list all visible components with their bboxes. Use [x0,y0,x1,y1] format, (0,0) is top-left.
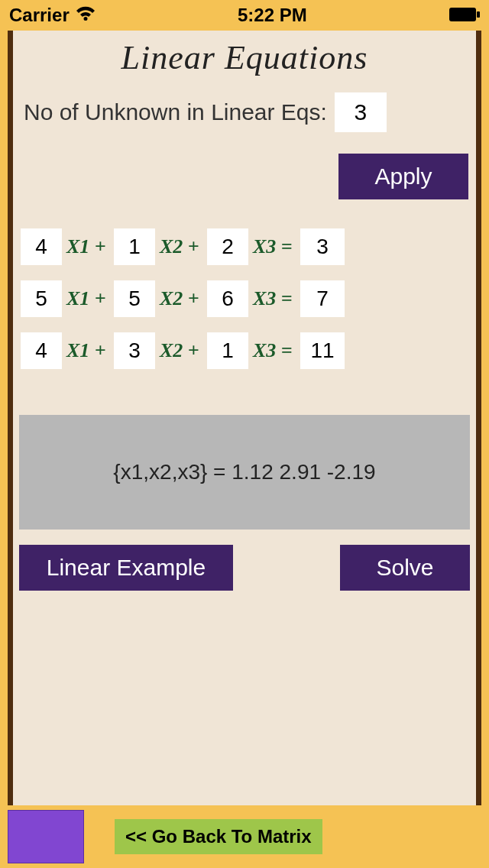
coef-x3-input[interactable] [207,332,248,369]
coef-x2-input[interactable] [114,228,155,265]
equation-row: X1 + X2 + X3 = [21,228,470,265]
rhs-input[interactable] [300,280,345,317]
x2-label: X2 + [160,339,202,362]
equations-grid: X1 + X2 + X3 = X1 + X2 + X3 = X1 + X2 + … [19,228,470,369]
svg-rect-0 [449,8,476,21]
result-text: {x1,x2,x3} = 1.12 2.91 -2.19 [113,460,375,484]
x1-label: X1 + [66,235,109,258]
coef-x1-input[interactable] [21,332,62,369]
x1-label: X1 + [66,287,109,310]
coef-x1-input[interactable] [21,280,62,317]
go-back-button[interactable]: << Go Back To Matrix [115,819,322,854]
x3-label: X3 = [253,339,296,362]
unknowns-label: No of Unknown in Linear Eqs: [24,99,327,125]
unknowns-row: No of Unknown in Linear Eqs: [19,92,470,132]
unknowns-input[interactable] [335,92,387,132]
coef-x1-input[interactable] [21,228,62,265]
solve-button[interactable]: Solve [340,545,470,591]
result-box: {x1,x2,x3} = 1.12 2.91 -2.19 [19,415,470,530]
wifi-icon [76,5,96,26]
main-panel: Linear Equations No of Unknown in Linear… [8,31,481,805]
x3-label: X3 = [253,235,296,258]
status-bar: Carrier 5:22 PM [0,0,489,31]
x2-label: X2 + [160,287,202,310]
rhs-input[interactable] [300,228,345,265]
status-time: 5:22 PM [238,5,307,26]
purple-square-button[interactable] [8,810,84,863]
bottom-bar: << Go Back To Matrix [0,805,489,868]
coef-x2-input[interactable] [114,280,155,317]
x2-label: X2 + [160,235,202,258]
coef-x2-input[interactable] [114,332,155,369]
rhs-input[interactable] [300,332,345,369]
x1-label: X1 + [66,339,109,362]
page-title: Linear Equations [19,38,470,77]
battery-icon [449,5,480,26]
coef-x3-input[interactable] [207,280,248,317]
coef-x3-input[interactable] [207,228,248,265]
carrier-label: Carrier [9,5,70,26]
svg-rect-1 [477,11,480,18]
apply-button[interactable]: Apply [338,154,468,199]
equation-row: X1 + X2 + X3 = [21,280,470,317]
linear-example-button[interactable]: Linear Example [19,545,233,591]
equation-row: X1 + X2 + X3 = [21,332,470,369]
x3-label: X3 = [253,287,296,310]
